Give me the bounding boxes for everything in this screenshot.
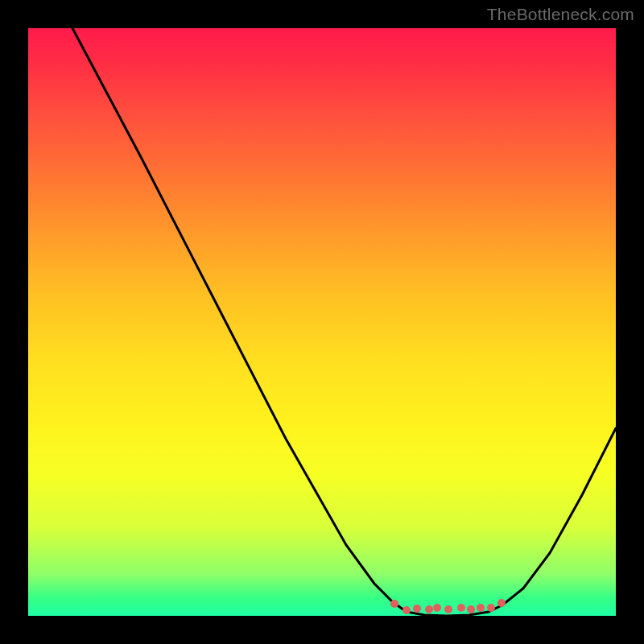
chart-frame: TheBottleneck.com [0,0,644,644]
optimal-dot [457,604,465,612]
bottleneck-curve-path [72,28,616,616]
optimal-dot [487,604,495,612]
optimal-dot [467,605,475,613]
curve-svg [28,28,616,616]
optimal-dot [413,605,421,613]
optimal-dot [444,605,452,613]
optimal-dot [425,605,433,613]
watermark-text: TheBottleneck.com [487,5,634,24]
optimal-dot [497,599,506,607]
optimal-dot [477,604,485,612]
optimal-dot [402,606,411,614]
plot-area [28,28,616,616]
optimal-dot [433,604,441,612]
optimal-dot [390,600,398,608]
